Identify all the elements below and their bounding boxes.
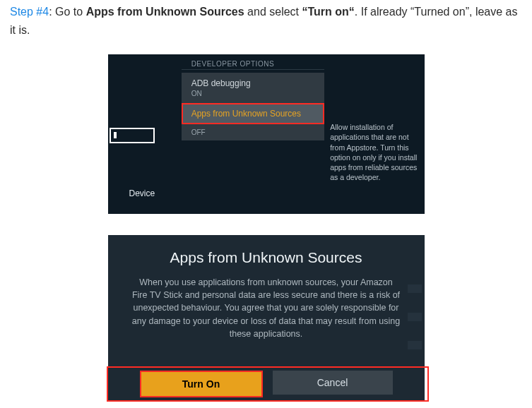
- dialog-title: Apps from Unknown Sources: [108, 249, 425, 266]
- dialog-buttons: Turn On Cancel: [108, 371, 425, 400]
- cancel-button[interactable]: Cancel: [273, 371, 393, 395]
- instruction-text: Step #4: Go to Apps from Unknown Sources…: [10, 3, 522, 39]
- adb-state: ON: [191, 90, 315, 97]
- options-list: DEVELOPER OPTIONS ADB debugging ON Apps …: [182, 54, 325, 214]
- device-sidebar: Device: [108, 54, 182, 214]
- ghost-2: [408, 313, 422, 321]
- device-slot-icon: [110, 128, 155, 143]
- developer-options-screenshot: Device DEVELOPER OPTIONS ADB debugging O…: [108, 54, 425, 214]
- bold-action: “Turn on“: [302, 6, 354, 18]
- ghost-1: [408, 284, 422, 293]
- option-description: Allow installation of applications that …: [324, 54, 424, 214]
- device-label: Device: [129, 188, 155, 198]
- adb-title: ADB debugging: [191, 78, 315, 88]
- section-header: DEVELOPER OPTIONS: [182, 60, 325, 70]
- bold-setting: Apps from Unknown Sources: [86, 6, 244, 18]
- unknown-sources-dialog: Apps from Unknown Sources When you use a…: [108, 235, 425, 400]
- t2: and select: [244, 6, 302, 18]
- unknown-title: Apps from Unknown Sources: [191, 109, 315, 119]
- unknown-sources-row[interactable]: Apps from Unknown Sources: [182, 103, 325, 124]
- t1: : Go to: [49, 6, 85, 18]
- turn-on-button[interactable]: Turn On: [140, 371, 263, 397]
- unknown-sources-state: OFF: [182, 124, 325, 140]
- step-label: Step #4: [10, 6, 49, 18]
- dialog-body: When you use applications from unknown s…: [132, 276, 401, 340]
- adb-debugging-row[interactable]: ADB debugging ON: [182, 73, 325, 103]
- ghost-3: [408, 341, 422, 349]
